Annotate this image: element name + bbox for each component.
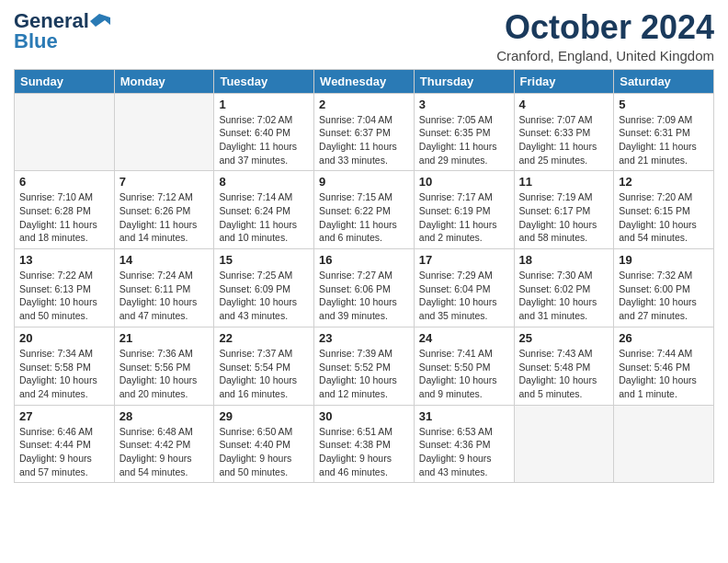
- calendar-cell: 17Sunrise: 7:29 AM Sunset: 6:04 PM Dayli…: [414, 249, 514, 327]
- calendar-cell: 29Sunrise: 6:50 AM Sunset: 4:40 PM Dayli…: [214, 405, 314, 483]
- calendar-cell: 19Sunrise: 7:32 AM Sunset: 6:00 PM Dayli…: [614, 249, 714, 327]
- month-title: October 2024: [496, 9, 714, 46]
- weekday-friday: Friday: [514, 69, 614, 93]
- week-row-1: 1Sunrise: 7:02 AM Sunset: 6:40 PM Daylig…: [15, 93, 714, 171]
- day-number: 4: [519, 98, 609, 111]
- day-number: 23: [319, 331, 409, 345]
- calendar-cell: 2Sunrise: 7:04 AM Sunset: 6:37 PM Daylig…: [314, 93, 415, 171]
- cell-info: Sunrise: 7:32 AM Sunset: 6:00 PM Dayligh…: [619, 269, 709, 323]
- day-number: 11: [519, 175, 609, 189]
- calendar-cell: 14Sunrise: 7:24 AM Sunset: 6:11 PM Dayli…: [114, 249, 214, 327]
- cell-info: Sunrise: 6:53 AM Sunset: 4:36 PM Dayligh…: [419, 425, 509, 479]
- calendar-cell: [15, 93, 115, 171]
- calendar-cell: 10Sunrise: 7:17 AM Sunset: 6:19 PM Dayli…: [414, 171, 514, 249]
- week-row-5: 27Sunrise: 6:46 AM Sunset: 4:44 PM Dayli…: [15, 405, 714, 483]
- calendar-cell: 16Sunrise: 7:27 AM Sunset: 6:06 PM Dayli…: [314, 249, 415, 327]
- day-number: 17: [419, 253, 509, 267]
- calendar-cell: 9Sunrise: 7:15 AM Sunset: 6:22 PM Daylig…: [314, 171, 415, 249]
- calendar-cell: 18Sunrise: 7:30 AM Sunset: 6:02 PM Dayli…: [514, 249, 614, 327]
- header: General Blue October 2024 Cranford, Engl…: [14, 9, 714, 63]
- weekday-header-row: SundayMondayTuesdayWednesdayThursdayFrid…: [15, 69, 714, 93]
- cell-info: Sunrise: 7:09 AM Sunset: 6:31 PM Dayligh…: [619, 113, 709, 167]
- week-row-4: 20Sunrise: 7:34 AM Sunset: 5:58 PM Dayli…: [15, 327, 714, 405]
- cell-info: Sunrise: 7:02 AM Sunset: 6:40 PM Dayligh…: [219, 113, 309, 167]
- day-number: 29: [219, 409, 309, 423]
- cell-info: Sunrise: 7:39 AM Sunset: 5:52 PM Dayligh…: [319, 347, 409, 401]
- day-number: 1: [219, 98, 309, 111]
- day-number: 14: [119, 253, 210, 267]
- location-title: Cranford, England, United Kingdom: [496, 48, 714, 63]
- week-row-2: 6Sunrise: 7:10 AM Sunset: 6:28 PM Daylig…: [15, 171, 714, 249]
- calendar-cell: 12Sunrise: 7:20 AM Sunset: 6:15 PM Dayli…: [614, 171, 714, 249]
- calendar-cell: 11Sunrise: 7:19 AM Sunset: 6:17 PM Dayli…: [514, 171, 614, 249]
- weekday-tuesday: Tuesday: [214, 69, 314, 93]
- weekday-sunday: Sunday: [15, 69, 115, 93]
- cell-info: Sunrise: 7:20 AM Sunset: 6:15 PM Dayligh…: [619, 190, 709, 245]
- cell-info: Sunrise: 6:50 AM Sunset: 4:40 PM Dayligh…: [219, 425, 309, 479]
- day-number: 10: [419, 175, 509, 189]
- day-number: 19: [619, 253, 709, 267]
- day-number: 13: [19, 253, 109, 267]
- calendar-cell: [514, 405, 614, 483]
- day-number: 25: [519, 331, 609, 345]
- calendar-cell: 3Sunrise: 7:05 AM Sunset: 6:35 PM Daylig…: [414, 93, 514, 171]
- calendar-cell: 25Sunrise: 7:43 AM Sunset: 5:48 PM Dayli…: [514, 327, 614, 405]
- day-number: 22: [219, 331, 309, 345]
- day-number: 18: [519, 253, 609, 267]
- calendar-cell: 15Sunrise: 7:25 AM Sunset: 6:09 PM Dayli…: [214, 249, 314, 327]
- day-number: 2: [319, 98, 409, 111]
- calendar-cell: 23Sunrise: 7:39 AM Sunset: 5:52 PM Dayli…: [314, 327, 415, 405]
- calendar-cell: 13Sunrise: 7:22 AM Sunset: 6:13 PM Dayli…: [15, 249, 115, 327]
- cell-info: Sunrise: 7:27 AM Sunset: 6:06 PM Dayligh…: [319, 269, 409, 323]
- calendar-cell: 26Sunrise: 7:44 AM Sunset: 5:46 PM Dayli…: [614, 327, 714, 405]
- calendar-cell: 6Sunrise: 7:10 AM Sunset: 6:28 PM Daylig…: [15, 171, 115, 249]
- calendar-cell: 30Sunrise: 6:51 AM Sunset: 4:38 PM Dayli…: [314, 405, 415, 483]
- svg-marker-0: [90, 14, 110, 27]
- cell-info: Sunrise: 7:19 AM Sunset: 6:17 PM Dayligh…: [519, 190, 609, 245]
- cell-info: Sunrise: 7:22 AM Sunset: 6:13 PM Dayligh…: [19, 269, 109, 323]
- calendar-cell: 27Sunrise: 6:46 AM Sunset: 4:44 PM Dayli…: [15, 405, 115, 483]
- calendar-cell: 4Sunrise: 7:07 AM Sunset: 6:33 PM Daylig…: [514, 93, 614, 171]
- cell-info: Sunrise: 7:41 AM Sunset: 5:50 PM Dayligh…: [419, 347, 509, 401]
- cell-info: Sunrise: 7:10 AM Sunset: 6:28 PM Dayligh…: [19, 190, 109, 245]
- cell-info: Sunrise: 7:44 AM Sunset: 5:46 PM Dayligh…: [619, 347, 709, 401]
- calendar-cell: 20Sunrise: 7:34 AM Sunset: 5:58 PM Dayli…: [15, 327, 115, 405]
- weekday-monday: Monday: [114, 69, 214, 93]
- day-number: 5: [619, 98, 709, 111]
- cell-info: Sunrise: 7:15 AM Sunset: 6:22 PM Dayligh…: [319, 190, 409, 245]
- day-number: 27: [19, 409, 109, 423]
- day-number: 7: [119, 175, 210, 189]
- cell-info: Sunrise: 7:07 AM Sunset: 6:33 PM Dayligh…: [519, 113, 609, 167]
- cell-info: Sunrise: 7:30 AM Sunset: 6:02 PM Dayligh…: [519, 269, 609, 323]
- cell-info: Sunrise: 7:17 AM Sunset: 6:19 PM Dayligh…: [419, 190, 509, 245]
- cell-info: Sunrise: 7:36 AM Sunset: 5:56 PM Dayligh…: [119, 347, 210, 401]
- cell-info: Sunrise: 6:48 AM Sunset: 4:42 PM Dayligh…: [119, 425, 210, 479]
- cell-info: Sunrise: 7:29 AM Sunset: 6:04 PM Dayligh…: [419, 269, 509, 323]
- cell-info: Sunrise: 7:43 AM Sunset: 5:48 PM Dayligh…: [519, 347, 609, 401]
- logo-blue: Blue: [14, 29, 58, 53]
- cell-info: Sunrise: 7:12 AM Sunset: 6:26 PM Dayligh…: [119, 190, 210, 245]
- cell-info: Sunrise: 7:14 AM Sunset: 6:24 PM Dayligh…: [219, 190, 309, 245]
- cell-info: Sunrise: 7:24 AM Sunset: 6:11 PM Dayligh…: [119, 269, 210, 323]
- cell-info: Sunrise: 7:34 AM Sunset: 5:58 PM Dayligh…: [19, 347, 109, 401]
- calendar-cell: 24Sunrise: 7:41 AM Sunset: 5:50 PM Dayli…: [414, 327, 514, 405]
- day-number: 26: [619, 331, 709, 345]
- calendar-cell: 31Sunrise: 6:53 AM Sunset: 4:36 PM Dayli…: [414, 405, 514, 483]
- weekday-thursday: Thursday: [414, 69, 514, 93]
- calendar-cell: 1Sunrise: 7:02 AM Sunset: 6:40 PM Daylig…: [214, 93, 314, 171]
- cell-info: Sunrise: 7:05 AM Sunset: 6:35 PM Dayligh…: [419, 113, 509, 167]
- calendar-cell: 22Sunrise: 7:37 AM Sunset: 5:54 PM Dayli…: [214, 327, 314, 405]
- day-number: 9: [319, 175, 409, 189]
- day-number: 31: [419, 409, 509, 423]
- calendar-cell: 7Sunrise: 7:12 AM Sunset: 6:26 PM Daylig…: [114, 171, 214, 249]
- day-number: 15: [219, 253, 309, 267]
- calendar-cell: [614, 405, 714, 483]
- cell-info: Sunrise: 7:04 AM Sunset: 6:37 PM Dayligh…: [319, 113, 409, 167]
- logo-icon: [90, 10, 110, 30]
- calendar-cell: 21Sunrise: 7:36 AM Sunset: 5:56 PM Dayli…: [114, 327, 214, 405]
- day-number: 12: [619, 175, 709, 189]
- day-number: 28: [119, 409, 210, 423]
- calendar-cell: 28Sunrise: 6:48 AM Sunset: 4:42 PM Dayli…: [114, 405, 214, 483]
- calendar-table: SundayMondayTuesdayWednesdayThursdayFrid…: [14, 69, 714, 484]
- calendar-cell: [114, 93, 214, 171]
